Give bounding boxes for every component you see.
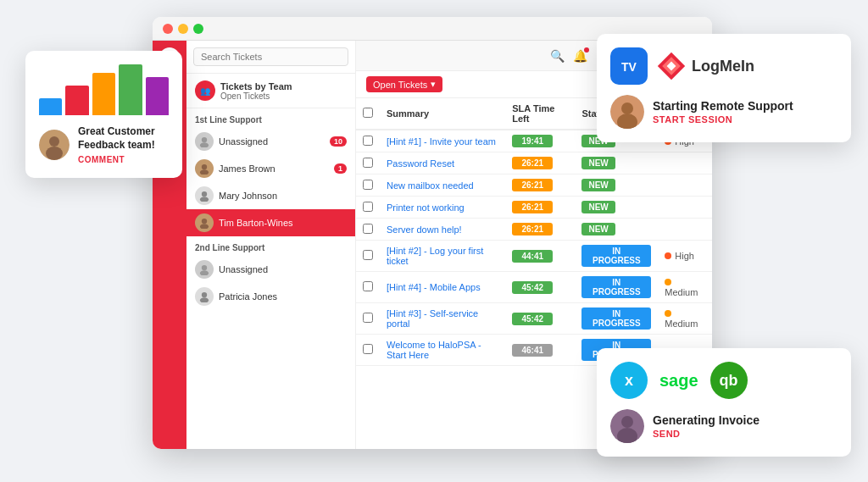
row-summary-2: New mailbox needed [380,175,505,197]
row-checkbox-5[interactable] [363,250,373,260]
table-row[interactable]: Password Reset 26:21 NEW [356,152,712,175]
ticket-link-5[interactable]: [Hint #2] - Log your first ticket [387,246,483,266]
ticket-link-1[interactable]: Password Reset [387,158,454,169]
sla-badge-7: 45:42 [512,313,553,325]
agent-name-mary: Mary Johnson [219,191,347,201]
remote-action[interactable]: START SESSION [653,114,793,125]
sla-badge-6: 45:42 [512,281,553,294]
minimize-dot[interactable] [178,24,188,34]
chart-bar [119,64,142,115]
row-checkbox-1[interactable] [363,158,373,168]
row-checkbox-cell [356,152,380,175]
sla-badge-4: 26:21 [512,223,553,235]
remote-avatar [610,95,644,129]
agent-name-unassigned-2: Unassigned [219,264,347,274]
row-checkbox-7[interactable] [363,313,373,323]
agent-item-unassigned-1[interactable]: Unassigned 10 [186,128,355,155]
search-bar [186,41,355,74]
table-row[interactable]: [Hint #3] - Self-service portal 45:42 IN… [356,303,712,335]
row-checkbox-6[interactable] [363,281,373,291]
row-summary-0: [Hint #1] - Invite your team [380,130,505,152]
table-row[interactable]: [Hint #4] - Mobile Apps 45:42 IN PROGRES… [356,272,712,303]
row-priority-7: Medium [658,303,712,335]
svg-point-16 [202,164,207,169]
agent-name-unassigned-1: Unassigned [219,136,330,147]
agent-avatar-unassigned-2 [195,260,214,279]
open-tickets-sub-label: Open Tickets [220,91,292,101]
svg-point-15 [200,142,209,147]
row-priority-1 [658,152,712,175]
svg-point-2 [46,147,63,160]
ticket-link-3[interactable]: Printer not working [387,202,465,213]
agent-item-james[interactable]: James Brown 1 [186,155,355,182]
team2-label: 2nd Line Support [186,236,355,256]
feedback-title: Great Customer Feedback team! [78,125,169,152]
team1-label: 1st Line Support [186,108,355,128]
sla-badge-1: 26:21 [512,157,553,169]
row-status-2: NEW [575,175,658,197]
row-sla-4: 26:21 [505,219,575,241]
row-sla-7: 45:42 [505,303,575,335]
row-checkbox-cell [356,219,380,241]
priority-dot-7 [665,310,671,317]
agent-item-unassigned-2[interactable]: Unassigned [186,256,355,283]
select-all-checkbox[interactable] [363,108,373,118]
row-checkbox-cell [356,241,380,272]
svg-point-1 [49,136,59,147]
row-summary-4: Server down help! [380,219,505,241]
status-badge-1: NEW [581,157,615,169]
table-row[interactable]: [Hint #2] - Log your first ticket 44:41 … [356,241,712,272]
ticket-link-2[interactable]: New mailbox needed [387,180,474,191]
row-checkbox-0[interactable] [363,136,373,146]
agent-name-james: James Brown [219,163,334,174]
row-priority-4 [658,219,712,241]
agent-item-patricia[interactable]: Patricia Jones [186,283,355,310]
feedback-chart [39,64,169,115]
close-dot[interactable] [163,24,173,34]
row-checkbox-8[interactable] [363,344,373,354]
feedback-avatar [39,130,70,160]
svg-point-23 [200,270,209,275]
ticket-link-6[interactable]: [Hint #4] - Mobile Apps [387,282,481,292]
qb-logo: qb [710,362,748,399]
row-checkbox-3[interactable] [363,202,373,212]
sla-badge-8: 46:41 [512,344,553,357]
row-sla-3: 26:21 [505,197,575,219]
svg-point-20 [202,219,207,224]
agent-avatar-unassigned-1 [195,132,214,151]
feedback-action[interactable]: COMMENT [78,155,169,164]
row-checkbox-cell [356,272,380,303]
col-sla: SLA Time Left [505,98,575,130]
search-input[interactable] [193,47,348,66]
table-row[interactable]: New mailbox needed 26:21 NEW [356,175,712,197]
row-status-4: NEW [575,219,658,241]
ticket-link-7[interactable]: [Hint #3] - Self-service portal [387,308,478,329]
agent-item-tim[interactable]: Tim Barton-Wines [186,209,355,236]
ticket-link-0[interactable]: [Hint #1] - Invite your team [387,136,496,147]
row-status-3: NEW [575,197,658,219]
chart-bar [65,86,88,115]
svg-point-17 [200,169,209,175]
row-checkbox-2[interactable] [363,180,373,190]
invoice-action[interactable]: SEND [653,429,760,439]
row-checkbox-4[interactable] [363,224,373,234]
row-priority-2 [658,175,712,197]
agent-item-mary[interactable]: Mary Johnson [186,182,355,209]
svg-point-21 [200,224,209,229]
row-sla-0: 19:41 [505,130,575,152]
row-priority-3 [658,197,712,219]
open-tickets-button[interactable]: Open Tickets ▾ [366,76,442,92]
table-row[interactable]: Printer not working 26:21 NEW [356,197,712,219]
maximize-dot[interactable] [193,24,203,34]
table-row[interactable]: Server down help! 26:21 NEW [356,219,712,241]
svg-text:TV: TV [621,60,637,74]
ticket-link-8[interactable]: Welcome to HaloPSA - Start Here [387,340,481,360]
notification-icon[interactable]: 🔔 [573,49,587,63]
xero-logo: x [610,362,648,399]
agent-avatar-mary [195,186,214,205]
row-priority-6: Medium [658,272,712,303]
svg-point-22 [202,265,207,270]
ticket-link-4[interactable]: Server down help! [387,224,462,235]
search-icon[interactable]: 🔍 [550,49,565,63]
remote-support-card: TV LogMeIn Starting Remote Support START… [597,34,851,142]
